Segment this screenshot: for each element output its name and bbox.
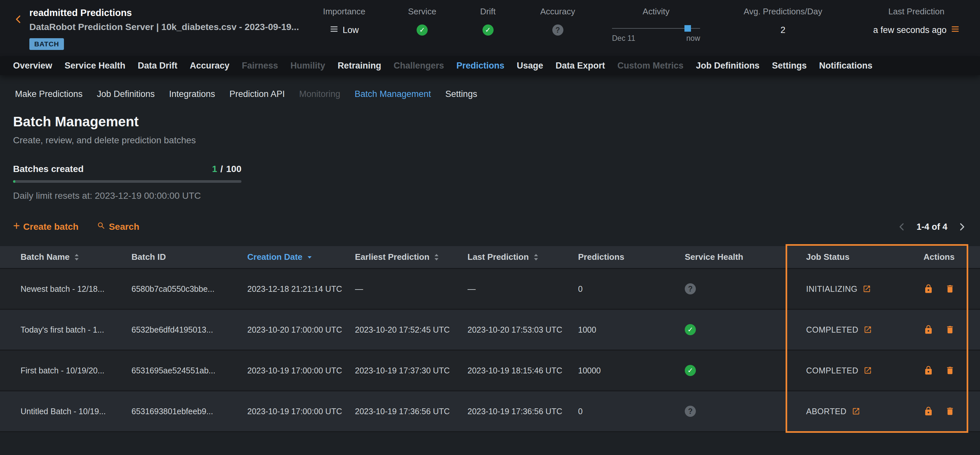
subtab-prediction-api[interactable]: Prediction API [229, 89, 285, 99]
last-prediction-menu-icon[interactable] [951, 24, 960, 36]
table-row[interactable]: First batch - 10/19/20... 6531695ae52455… [0, 351, 980, 391]
predictions-cell: 10000 [578, 366, 685, 375]
subtab-batch-management[interactable]: Batch Management [355, 89, 431, 99]
subtab-make-predictions[interactable]: Make Predictions [15, 89, 83, 99]
deployment-title-block: readmitted Predictions DataRobot Predict… [29, 8, 299, 56]
lock-icon[interactable] [924, 284, 933, 294]
tab-settings[interactable]: Settings [772, 61, 807, 71]
job-status-text: COMPLETED [806, 325, 858, 335]
quota-limit: 100 [226, 164, 242, 174]
trash-icon[interactable] [945, 406, 955, 416]
stat-accuracy: Accuracy [537, 5, 578, 56]
sort-icon[interactable] [73, 253, 80, 261]
lock-icon[interactable] [924, 366, 933, 375]
table-row[interactable]: Untitled Batch - 10/19... 6531693801ebfe… [0, 391, 980, 432]
stat-service: Service [406, 5, 439, 56]
sort-icon[interactable] [533, 253, 539, 261]
subtab-job-definitions[interactable]: Job Definitions [97, 89, 154, 99]
chevron-left-icon[interactable] [897, 222, 907, 232]
column-header-job-status: Job Status [806, 252, 911, 262]
tab-data-export[interactable]: Data Export [555, 61, 605, 71]
batch-id-cell: 6532be6dfd4195013... [132, 325, 247, 335]
stat-activity: Activity Dec 11 now [612, 5, 700, 56]
back-chevron-icon[interactable] [13, 14, 24, 56]
service-health-cell [685, 406, 806, 417]
health-status-icon [685, 365, 696, 376]
quota-divider: / [221, 164, 223, 174]
external-link-icon[interactable] [862, 285, 871, 293]
lock-icon[interactable] [924, 406, 933, 416]
deployment-stats: Importance Low Service Drift [317, 0, 967, 56]
quota-count: 1 / 100 [212, 164, 242, 174]
drift-status-icon [482, 24, 493, 35]
health-status-icon [685, 406, 696, 417]
batch-id-cell: 6531695ae524551ab... [132, 366, 247, 375]
activity-range-end: now [686, 34, 700, 43]
actions-cell [911, 284, 967, 294]
subtab-settings[interactable]: Settings [445, 89, 477, 99]
tab-notifications[interactable]: Notifications [819, 61, 873, 71]
table-header-row: Batch Name Batch ID Creation Date Earlie… [0, 246, 980, 269]
batch-toolbar: Create batch Search 1-4 of 4 [13, 221, 967, 232]
table-row[interactable]: Newest batch - 12/18... 6580b7ca0550c3bb… [0, 269, 980, 310]
column-header-earliest-prediction[interactable]: Earliest Prediction [355, 252, 468, 262]
quota-reset-note: Daily limit resets at: 2023-12-19 00:00:… [13, 191, 967, 201]
quota-progress-fill [13, 180, 15, 183]
batch-id-cell: 6531693801ebfeeb9... [132, 407, 247, 416]
external-link-icon[interactable] [852, 407, 860, 415]
column-label: Earliest Prediction [355, 252, 430, 262]
job-status-text: ABORTED [806, 407, 846, 416]
lock-icon[interactable] [924, 325, 933, 335]
tab-usage[interactable]: Usage [517, 61, 543, 71]
tab-overview[interactable]: Overview [13, 61, 52, 71]
tab-predictions[interactable]: Predictions [457, 61, 504, 71]
tab-accuracy[interactable]: Accuracy [190, 61, 230, 71]
tab-challengers: Challengers [393, 61, 444, 71]
job-status-cell: COMPLETED [806, 325, 911, 335]
last-prediction-cell: 2023-10-20 17:53:03 UTC [468, 325, 578, 335]
external-link-icon[interactable] [864, 326, 872, 334]
column-label: Service Health [685, 252, 743, 262]
pagination-range: 1-4 of 4 [916, 222, 947, 232]
page-subtitle: Create, review, and delete prediction ba… [13, 135, 967, 145]
predictions-cell: 0 [578, 284, 685, 294]
tab-job-definitions[interactable]: Job Definitions [696, 61, 759, 71]
predictions-cell: 0 [578, 407, 685, 416]
quota-label: Batches created [13, 164, 84, 174]
tab-retraining[interactable]: Retraining [338, 61, 381, 71]
activity-timeline[interactable]: Dec 11 now [612, 18, 700, 43]
stat-drift-label: Drift [480, 5, 496, 18]
predictions-sub-nav: Make Predictions Job Definitions Integra… [0, 75, 980, 102]
sort-icon[interactable] [433, 253, 440, 261]
trash-icon[interactable] [945, 366, 955, 375]
pagination: 1-4 of 4 [897, 222, 967, 232]
service-health-status-icon [417, 24, 428, 35]
column-header-actions: Actions [911, 252, 967, 262]
external-link-icon[interactable] [864, 366, 872, 375]
actions-cell [911, 406, 967, 416]
deployment-nav: Overview Service Health Data Drift Accur… [0, 56, 980, 75]
column-header-creation-date[interactable]: Creation Date [247, 252, 355, 262]
subtab-integrations[interactable]: Integrations [169, 89, 215, 99]
search-button[interactable]: Search [97, 221, 139, 232]
importance-list-icon [329, 24, 339, 36]
batch-name-cell: First batch - 10/19/20... [21, 366, 132, 375]
tab-custom-metrics: Custom Metrics [617, 61, 684, 71]
last-prediction-cell: 2023-10-19 18:15:46 UTC [468, 366, 578, 375]
tab-service-health[interactable]: Service Health [65, 61, 125, 71]
column-label: Job Status [806, 252, 850, 262]
column-header-last-prediction[interactable]: Last Prediction [468, 252, 578, 262]
activity-marker[interactable] [684, 25, 691, 32]
activity-range-start: Dec 11 [612, 34, 635, 43]
column-header-batch-name[interactable]: Batch Name [21, 252, 132, 262]
create-batch-button[interactable]: Create batch [13, 222, 79, 232]
sort-desc-icon[interactable] [306, 254, 313, 260]
tab-data-drift[interactable]: Data Drift [138, 61, 177, 71]
table-row[interactable]: Today's first batch - 1... 6532be6dfd419… [0, 310, 980, 351]
stat-importance-value: Low [342, 25, 359, 35]
stat-last-prediction: Last Prediction a few seconds ago [866, 5, 967, 56]
trash-icon[interactable] [945, 325, 955, 335]
trash-icon[interactable] [945, 284, 955, 294]
activity-sparkline [612, 24, 700, 33]
chevron-right-icon[interactable] [956, 222, 967, 232]
